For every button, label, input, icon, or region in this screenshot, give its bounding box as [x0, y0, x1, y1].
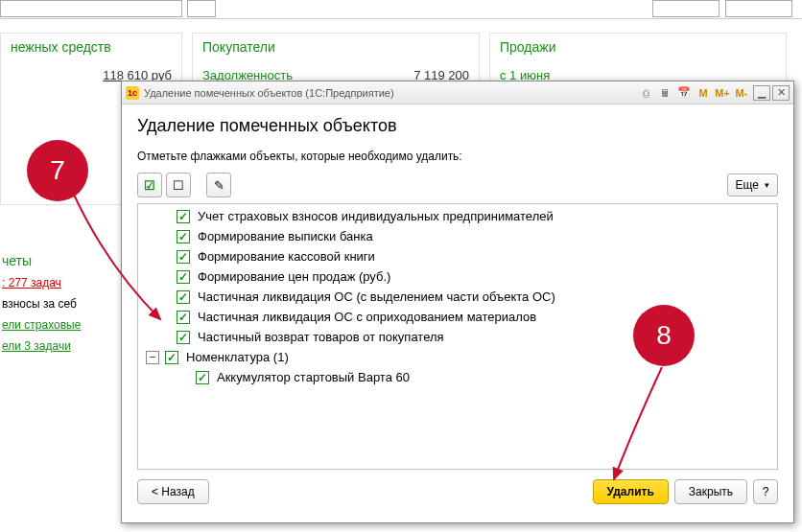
calc-icon[interactable]: 🖩 [657, 85, 672, 101]
group-label: Номенклатура (1) [186, 350, 289, 364]
checkbox[interactable] [177, 311, 190, 324]
side-heading: четы [0, 249, 125, 272]
toolbar: ☑ ☐ ✎ Еще [137, 173, 778, 197]
window-title: Удаление помеченных объектов (1С:Предпри… [144, 87, 394, 99]
help-button[interactable]: ? [753, 479, 778, 504]
uncheck-all-icon: ☐ [173, 178, 184, 193]
side-link[interactable]: ели страховые [2, 318, 81, 332]
callout-7: 7 [27, 140, 88, 201]
list-item[interactable]: Формирование выписки банка [138, 226, 777, 246]
dialog-heading: Удаление помеченных объектов [137, 116, 778, 136]
delete-button[interactable]: Удалить [593, 479, 669, 504]
bg-side-panel: четы : 277 задач взносы за себ ели страх… [0, 249, 125, 357]
item-label: Аккумулятор стартовый Варта 60 [217, 370, 410, 384]
back-button[interactable]: < Назад [137, 479, 209, 504]
minimize-icon[interactable]: ▁ [753, 85, 770, 101]
close-icon[interactable]: ✕ [772, 85, 790, 101]
dialog-footer: < Назад Удалить Закрыть ? [137, 479, 778, 504]
delete-marked-dialog: 1c Удаление помеченных объектов (1С:Пред… [121, 81, 794, 523]
checkbox[interactable] [165, 351, 178, 364]
list-item[interactable]: Учет страховых взносов индивидуальных пр… [138, 206, 777, 226]
bg-input[interactable] [0, 0, 182, 17]
close-button[interactable]: Закрыть [674, 479, 747, 504]
m-plus-button[interactable]: M+ [715, 85, 730, 101]
item-label: Формирование кассовой книги [198, 249, 375, 264]
collapse-icon[interactable]: − [146, 351, 159, 364]
check-all-icon: ☑ [144, 178, 155, 193]
m-minus-button[interactable]: M- [734, 85, 749, 101]
item-label: Учет страховых взносов индивидуальных пр… [198, 209, 554, 223]
more-button[interactable]: Еще [727, 173, 778, 197]
checkbox[interactable] [177, 230, 190, 243]
card-title: Покупатели [202, 39, 275, 55]
more-label: Еще [736, 178, 759, 192]
checkbox[interactable] [177, 290, 190, 304]
checkbox[interactable] [177, 270, 190, 284]
list-item[interactable]: Формирование цен продаж (руб.) [138, 266, 777, 287]
bg-topbar [0, 0, 802, 19]
bg-buttons [652, 0, 792, 17]
print-icon[interactable]: ⎙ [638, 85, 653, 101]
checkbox[interactable] [177, 210, 190, 223]
side-text: взносы за себ [0, 293, 125, 314]
checkbox[interactable] [196, 371, 209, 384]
app-1c-icon: 1c [126, 86, 139, 100]
item-label: Формирование цен продаж (руб.) [198, 269, 390, 284]
calendar-icon[interactable]: 📅 [676, 85, 692, 101]
list-item[interactable]: Аккумулятор стартовый Варта 60 [138, 367, 777, 387]
card-title: нежных средств [11, 39, 111, 55]
uncheck-all-button[interactable]: ☐ [166, 173, 191, 197]
list-item[interactable]: Формирование кассовой книги [138, 246, 777, 266]
edit-button[interactable]: ✎ [206, 173, 231, 197]
callout-8: 8 [633, 305, 695, 366]
side-link[interactable]: ели 3 задачи [2, 339, 71, 353]
dialog-body: Удаление помеченных объектов Отметьте фл… [122, 104, 793, 514]
bg-spinner[interactable] [187, 0, 216, 17]
item-label: Формирование выписки банка [198, 229, 373, 243]
checkbox[interactable] [177, 250, 190, 264]
side-link[interactable]: : 277 задач [2, 276, 61, 289]
item-label: Частичный возврат товаров от покупателя [198, 330, 444, 344]
check-all-button[interactable]: ☑ [137, 173, 162, 197]
card-title: Продажи [500, 39, 555, 55]
list-item[interactable]: Частичная ликвидация ОС (с выделением ча… [138, 287, 777, 307]
dialog-titlebar: 1c Удаление помеченных объектов (1С:Пред… [122, 81, 793, 104]
bg-btn-1[interactable] [652, 0, 719, 17]
instruction-text: Отметьте флажками объекты, которые необх… [137, 150, 778, 163]
m-button[interactable]: M [696, 85, 711, 101]
item-label: Частичная ликвидация ОС (с выделением ча… [198, 289, 555, 304]
bg-btn-2[interactable] [725, 0, 792, 17]
pencil-icon: ✎ [214, 178, 224, 193]
checkbox[interactable] [177, 331, 190, 344]
item-label: Частичная ликвидация ОС с оприходованием… [198, 310, 536, 324]
